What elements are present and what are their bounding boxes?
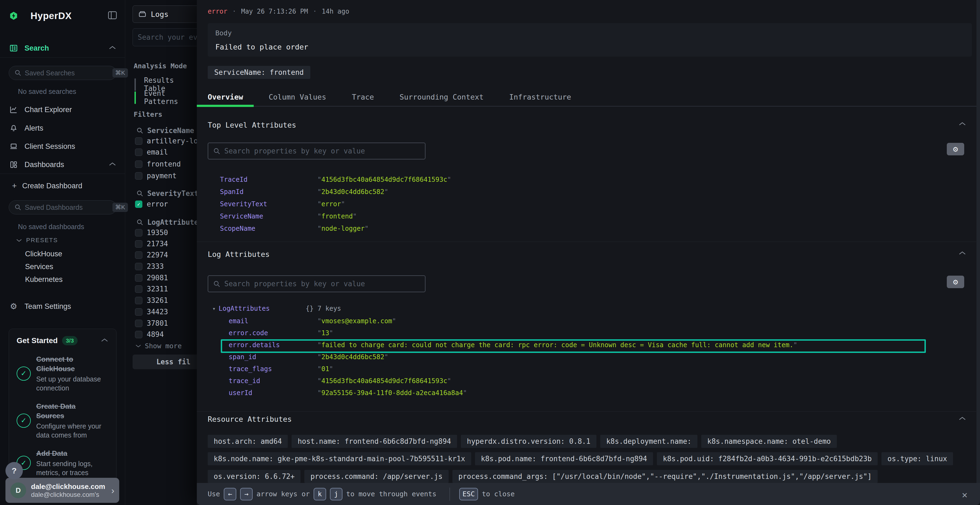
attribute-value[interactable]: 13: [317, 329, 333, 337]
resource-tag[interactable]: process.command: /app/server.js: [304, 470, 449, 483]
attribute-key[interactable]: trace_id: [229, 377, 260, 385]
attribute-value[interactable]: 2b43d0c4dd6bc582: [317, 353, 388, 361]
attribute-key[interactable]: error.details: [229, 341, 280, 349]
filter-option[interactable]: 32311: [135, 283, 168, 295]
collapse-section-icon[interactable]: [958, 121, 967, 126]
event-search-input[interactable]: [138, 33, 203, 41]
resource-tag[interactable]: hyperdx.distro.version: 0.8.1: [461, 435, 597, 448]
log-attributes-settings-button[interactable]: ⚙: [947, 276, 964, 288]
attribute-value[interactable]: 92a55156-39a4-11f0-8ddd-a2eca416a8a4: [317, 389, 467, 397]
tab-surrounding-context[interactable]: Surrounding Context: [399, 93, 484, 101]
resource-tag[interactable]: k8s.namespace.name: otel-demo: [701, 435, 837, 448]
tab-trace[interactable]: Trace: [352, 93, 374, 101]
checkbox-unchecked[interactable]: [135, 331, 142, 338]
attribute-row-error-details[interactable]: error.details failed to charge card: cou…: [197, 339, 980, 351]
tree-root-key[interactable]: LogAttributes: [219, 305, 270, 312]
attribute-key[interactable]: ServiceName: [220, 213, 263, 220]
attribute-row[interactable]: error.code 13: [197, 327, 980, 339]
filter-option[interactable]: 2333: [135, 260, 164, 272]
attribute-key[interactable]: SpanId: [220, 188, 243, 195]
attribute-key[interactable]: TraceId: [220, 176, 247, 183]
attribute-value[interactable]: 2b43d0c4dd6bc582: [317, 188, 388, 195]
sidebar-item-search[interactable]: Search: [0, 42, 125, 54]
user-menu[interactable]: D dale@clickhouse.com dale@clickhouse.co…: [5, 478, 119, 503]
service-name-tag[interactable]: ServiceName: frontend: [208, 66, 310, 79]
attribute-value[interactable]: error: [317, 200, 345, 208]
collapse-section-icon[interactable]: [958, 416, 967, 421]
help-button[interactable]: ?: [5, 462, 23, 480]
attribute-value[interactable]: frontend: [317, 213, 357, 220]
top-level-settings-button[interactable]: ⚙: [947, 143, 964, 156]
sidebar-item-chart-explorer[interactable]: Chart Explorer: [0, 104, 125, 115]
attribute-row[interactable]: span_id 2b43d0c4dd6bc582: [197, 351, 980, 363]
attribute-key[interactable]: error.code: [229, 329, 268, 337]
caret-down-icon[interactable]: ▾: [212, 305, 216, 312]
get-started-item-connect[interactable]: ✓ Connect to ClickHouse Set up your data…: [17, 354, 109, 392]
attribute-row[interactable]: trace_flags 01: [197, 363, 980, 375]
checkbox-unchecked[interactable]: [135, 263, 142, 270]
filter-option[interactable]: payment: [135, 170, 177, 181]
checkbox-unchecked[interactable]: [135, 229, 142, 237]
collapse-section-icon[interactable]: [958, 251, 967, 256]
log-attributes-search-input[interactable]: [224, 280, 415, 288]
mode-event-patterns[interactable]: Event Patterns: [144, 91, 197, 104]
attribute-value[interactable]: node-logger: [317, 225, 369, 232]
preset-kubernetes[interactable]: Kubernetes: [0, 273, 125, 286]
checkbox-unchecked[interactable]: [135, 137, 142, 145]
checkbox-unchecked[interactable]: [135, 286, 142, 293]
attribute-key[interactable]: ScopeName: [220, 225, 255, 232]
presets-toggle[interactable]: PRESETS: [0, 235, 125, 246]
tree-root-row[interactable]: ▾ LogAttributes {} 7 keys: [197, 303, 980, 314]
checkbox-unchecked[interactable]: [135, 308, 142, 316]
attribute-row[interactable]: ServiceName frontend: [197, 210, 980, 222]
top-level-search-input[interactable]: [224, 147, 415, 155]
scrollbar[interactable]: [977, 0, 980, 483]
attribute-value[interactable]: vmoses@example.com: [317, 317, 396, 325]
preset-services[interactable]: Services: [0, 260, 125, 273]
attribute-key[interactable]: span_id: [229, 353, 256, 361]
filter-option[interactable]: 4894: [135, 329, 164, 340]
resource-tag[interactable]: k8s.pod.uid: f284fb2d-a0b3-4634-991b-e2c…: [657, 452, 878, 465]
filter-option[interactable]: 22974: [135, 249, 168, 260]
checkbox-checked[interactable]: ✓: [135, 200, 142, 208]
checkbox-unchecked[interactable]: [135, 320, 142, 327]
sidebar-item-team-settings[interactable]: ⚙ Team Settings: [0, 301, 125, 312]
resource-tag[interactable]: k8s.deployment.name:: [600, 435, 697, 448]
attribute-value[interactable]: failed to charge card: could not charge …: [317, 341, 797, 349]
filter-option[interactable]: 37801: [135, 318, 168, 329]
attribute-key[interactable]: SeverityText: [220, 200, 267, 208]
saved-searches-input[interactable]: [25, 69, 113, 77]
resource-tag[interactable]: process.command_args: ["/usr/local/bin/n…: [452, 470, 878, 483]
attribute-row[interactable]: userId 92a55156-39a4-11f0-8ddd-a2eca416a…: [197, 387, 980, 399]
filter-option[interactable]: 34423: [135, 306, 168, 318]
checkbox-unchecked[interactable]: [135, 251, 142, 259]
filter-option[interactable]: 19350: [135, 227, 168, 238]
get-started-item-add-data[interactable]: ✓ Add Data Start sending logs, metrics, …: [17, 449, 109, 477]
attribute-value[interactable]: 4156d3fbc40a64854d9dc7f68641593c: [317, 176, 451, 183]
attribute-row[interactable]: SeverityText error: [197, 198, 980, 210]
resource-tag[interactable]: k8s.node.name: gke-pme-k8s-standard-main…: [208, 452, 471, 465]
tab-overview[interactable]: Overview: [208, 93, 243, 101]
tab-infrastructure[interactable]: Infrastructure: [509, 93, 571, 101]
create-dashboard-button[interactable]: + Create Dashboard: [0, 180, 125, 191]
resource-tag[interactable]: os.type: linux: [881, 452, 953, 465]
filter-option[interactable]: frontend: [135, 158, 181, 170]
attribute-key[interactable]: trace_flags: [229, 365, 272, 373]
attribute-row[interactable]: ScopeName node-logger: [197, 222, 980, 235]
checkbox-unchecked[interactable]: [135, 172, 142, 179]
attribute-key[interactable]: email: [229, 317, 248, 325]
filter-option[interactable]: email: [135, 146, 168, 158]
get-started-item-sources[interactable]: ✓ Create Data Sources Configure where yo…: [17, 402, 109, 440]
attribute-row[interactable]: trace_id 4156d3fbc40a64854d9dc7f68641593…: [197, 375, 980, 387]
resource-tag[interactable]: host.arch: amd64: [208, 435, 288, 448]
resource-tag[interactable]: host.name: frontend-6b6c8d7bfd-ng894: [291, 435, 457, 448]
filter-option[interactable]: artillery-loa: [135, 135, 202, 147]
close-icon[interactable]: ✕: [962, 489, 967, 500]
checkbox-unchecked[interactable]: [135, 274, 142, 282]
tab-column-values[interactable]: Column Values: [269, 93, 326, 101]
preset-clickhouse[interactable]: ClickHouse: [0, 248, 125, 260]
get-started-header[interactable]: Get Started 3/3: [17, 336, 109, 345]
filter-option[interactable]: 33261: [135, 295, 168, 306]
mode-results-table[interactable]: Results Table: [144, 78, 197, 91]
attribute-key[interactable]: userId: [229, 389, 252, 397]
